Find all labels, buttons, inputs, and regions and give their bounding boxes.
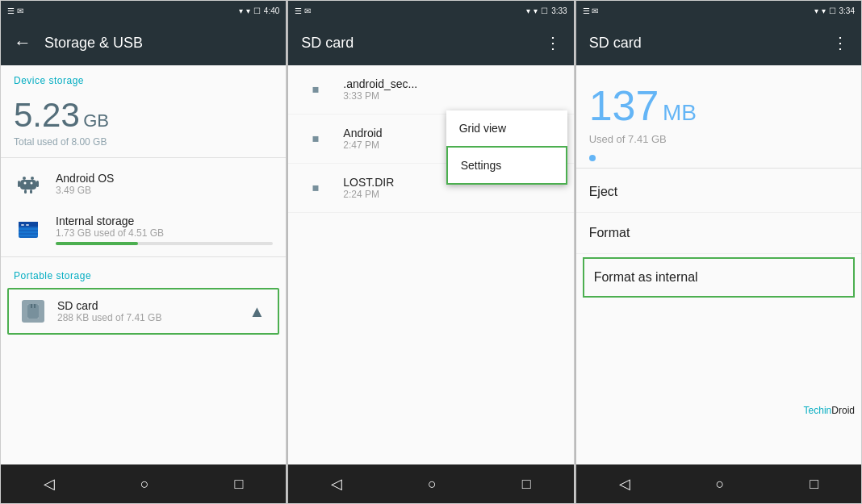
dropdown-menu: Grid view Settings	[446, 110, 567, 185]
sd-svg	[25, 303, 41, 319]
app-bar-title-3: SD card	[589, 35, 642, 52]
nav-bar-1: ◁ ○ □	[1, 464, 286, 503]
status-bar-3: ☰ ✉ ▾ ▾ ☐ 3:34	[576, 1, 861, 20]
file-info-0: .android_sec... 3:33 PM	[343, 77, 417, 102]
status-bar-right-1: ▾ ▾ ☐ 4:40	[239, 6, 279, 15]
watermark-tech: Techin	[804, 405, 832, 416]
file-info-2: LOST.DIR 2:24 PM	[343, 176, 394, 200]
menu-item-format-internal[interactable]: Format as internal	[583, 257, 855, 298]
internal-storage-progress-bg	[56, 242, 273, 245]
signal-icon-1: ▾	[246, 6, 250, 15]
android-os-name: Android OS	[56, 172, 273, 185]
recents-nav-2[interactable]: □	[522, 476, 531, 493]
svg-rect-19	[34, 304, 36, 308]
content-2: ▪ .android_sec... 3:33 PM ▪ Android 2:47…	[288, 65, 573, 464]
status-bar-right-3: ▾ ▾ ☐ 3:34	[814, 6, 855, 15]
internal-svg	[17, 219, 40, 241]
menu-item-eject[interactable]: Eject	[576, 172, 861, 213]
android-os-item[interactable]: Android OS 3.49 GB	[1, 161, 286, 206]
sd-header-sub: Used of 7.41 GB	[576, 133, 861, 152]
file-name-1: Android	[343, 127, 382, 140]
sd-card-icon	[22, 300, 44, 323]
status-bar-1: ☰ ✉ ▾ ▾ ☐ 4:40	[1, 1, 286, 20]
home-nav-1[interactable]: ○	[140, 476, 149, 493]
sd-card-item[interactable]: SD card 288 KB used of 7.41 GB ▲	[7, 288, 279, 335]
panel-storage-usb: ☰ ✉ ▾ ▾ ☐ 4:40 ← Storage & USB Device st…	[0, 0, 287, 504]
svg-rect-11	[21, 224, 24, 226]
sd-card-detail: 288 KB used of 7.41 GB	[57, 312, 236, 323]
wifi-icon-2: ▾	[526, 6, 530, 15]
device-storage-sub: Total used of 8.00 GB	[1, 136, 286, 154]
svg-rect-3	[18, 181, 20, 187]
watermark-droid: Droid	[831, 405, 855, 416]
more-options-icon[interactable]: ⋮	[545, 33, 561, 52]
back-button-1[interactable]: ←	[14, 32, 31, 53]
android-os-icon	[14, 169, 43, 198]
device-storage-label: Device storage	[1, 65, 286, 90]
folder-icon-1: ▪	[301, 124, 330, 153]
menu-item-grid-view[interactable]: Grid view	[446, 110, 567, 146]
back-nav-2[interactable]: ◁	[331, 475, 342, 493]
app-bar-3: SD card ⋮	[576, 20, 861, 65]
svg-rect-5	[24, 190, 27, 194]
signal-icon-2: ▾	[534, 6, 538, 15]
signal-icon-3: ▾	[822, 6, 826, 15]
time-3: 3:34	[839, 6, 855, 15]
menu-item-settings[interactable]: Settings	[446, 146, 567, 185]
sd-size-num: 137	[589, 82, 659, 129]
svg-rect-2	[20, 180, 36, 190]
app-bar-1: ← Storage & USB	[1, 20, 286, 65]
sd-size-unit: MB	[663, 100, 697, 125]
sd-card-info: SD card 288 KB used of 7.41 GB	[57, 299, 236, 323]
internal-storage-name: Internal storage	[56, 215, 273, 227]
battery-icon-2: ☐	[541, 6, 548, 15]
internal-storage-progress-fill	[56, 242, 138, 245]
device-storage-size: 5.23 GB	[1, 90, 286, 136]
svg-point-1	[31, 177, 34, 180]
back-nav-1[interactable]: ◁	[44, 475, 55, 493]
wifi-icon-3: ▾	[814, 6, 818, 15]
status-bar-2: ☰ ✉ ▾ ▾ ☐ 3:33	[288, 1, 573, 20]
file-time-2: 2:24 PM	[343, 189, 394, 200]
menu-item-format[interactable]: Format	[576, 213, 861, 254]
recents-nav-3[interactable]: □	[810, 476, 818, 493]
svg-rect-17	[27, 304, 39, 319]
sd-dot	[589, 155, 596, 161]
status-bar-left-1: ☰ ✉	[7, 6, 23, 15]
internal-storage-item[interactable]: Internal storage 1.73 GB used of 4.51 GB	[1, 206, 286, 253]
nav-bar-2: ◁ ○ □	[288, 464, 573, 503]
time-2: 3:33	[551, 6, 567, 15]
file-time-1: 2:47 PM	[343, 140, 382, 151]
notification-icons-1: ☰ ✉	[7, 6, 23, 15]
status-bar-left-2: ☰ ✉	[295, 6, 311, 15]
recents-nav-1[interactable]: □	[235, 476, 244, 493]
svg-point-7	[24, 182, 27, 185]
home-nav-3[interactable]: ○	[715, 476, 724, 493]
sd-card-name: SD card	[57, 299, 236, 312]
file-info-1: Android 2:47 PM	[343, 127, 382, 151]
internal-storage-detail: 1.73 GB used of 4.51 GB	[56, 227, 273, 239]
android-svg	[17, 173, 40, 195]
battery-icon-1: ☐	[253, 6, 261, 15]
svg-point-8	[31, 182, 33, 185]
notification-icons-3: ☰ ✉	[583, 6, 599, 15]
notification-icons-2: ☰ ✉	[295, 6, 311, 15]
content-3: 137 MB Used of 7.41 GB Eject Format Form…	[576, 65, 861, 464]
app-bar-title-1: Storage & USB	[44, 35, 143, 52]
more-options-icon-3[interactable]: ⋮	[832, 33, 848, 52]
portable-storage-label: Portable storage	[1, 260, 286, 285]
nav-bar-3: ◁ ○ □	[576, 464, 861, 503]
internal-storage-info: Internal storage 1.73 GB used of 4.51 GB	[56, 215, 273, 245]
file-item-0[interactable]: ▪ .android_sec... 3:33 PM	[288, 65, 573, 115]
device-storage-unit: GB	[83, 110, 109, 131]
eject-icon-1[interactable]: ▲	[249, 302, 266, 321]
divider-1	[1, 157, 286, 158]
home-nav-2[interactable]: ○	[428, 476, 437, 493]
internal-storage-icon	[14, 215, 43, 244]
panel-sd-card-files: ☰ ✉ ▾ ▾ ☐ 3:33 SD card ⋮ ▪ .android_sec.…	[287, 0, 574, 504]
folder-icon-0: ▪	[301, 75, 330, 104]
file-time-0: 3:33 PM	[343, 90, 417, 102]
folder-icon-2: ▪	[301, 173, 330, 202]
back-nav-3[interactable]: ◁	[619, 475, 630, 493]
content-1: Device storage 5.23 GB Total used of 8.0…	[1, 65, 286, 464]
